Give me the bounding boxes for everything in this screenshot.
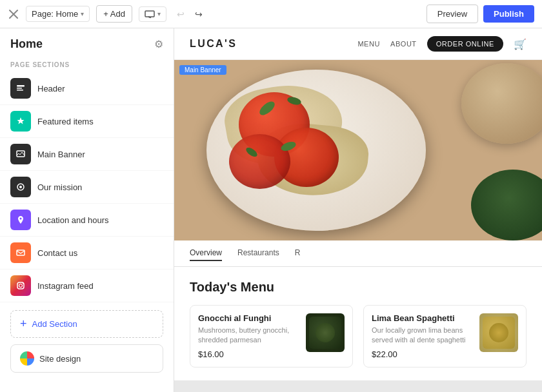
location-icon bbox=[10, 210, 31, 230]
sidebar-bottom: + Add Section Site design bbox=[0, 302, 174, 380]
svg-point-9 bbox=[19, 186, 22, 188]
menu-section: Today's Menu Gnocchi al Funghi Mushrooms… bbox=[174, 267, 542, 380]
menu-items-list: Gnocchi al Funghi Mushrooms, buttery gno… bbox=[190, 305, 527, 368]
tab-restaurants[interactable]: Restaurants bbox=[237, 246, 279, 261]
page-selector[interactable]: Page: Home ▾ bbox=[26, 6, 90, 22]
menu-card-name-lima: Lima Bean Spaghetti bbox=[372, 313, 472, 323]
svg-point-10 bbox=[20, 218, 22, 220]
menu-card-info-lima: Lima Bean Spaghetti Our locally grown li… bbox=[372, 313, 472, 359]
menu-card-name-gnocchi: Gnocchi al Funghi bbox=[198, 313, 298, 323]
sidebar-item-featured-items[interactable]: Featured items bbox=[0, 105, 174, 138]
featured-items-icon bbox=[10, 111, 31, 132]
sidebar-header: Home ⚙ bbox=[0, 28, 174, 56]
site-design-color-icon bbox=[20, 351, 34, 366]
tab-r[interactable]: R bbox=[295, 246, 301, 261]
food-art bbox=[174, 60, 542, 240]
sidebar-item-location-label: Location and hours bbox=[37, 215, 109, 225]
sidebar-item-location-hours[interactable]: Location and hours bbox=[0, 204, 174, 237]
device-selector[interactable]: ▾ bbox=[139, 6, 166, 22]
site-nav: LUCA'S MENU ABOUT ORDER ONLINE 🛒 bbox=[174, 28, 542, 60]
preview-button[interactable]: Preview bbox=[427, 5, 478, 23]
section-label: PAGE SECTIONS bbox=[0, 56, 174, 72]
sidebar-item-featured-label: Featured items bbox=[37, 117, 94, 126]
canvas: LUCA'S MENU ABOUT ORDER ONLINE 🛒 Main Ba… bbox=[174, 28, 542, 392]
cart-icon[interactable]: 🛒 bbox=[514, 38, 527, 50]
sidebar-item-header-label: Header bbox=[37, 84, 65, 93]
tab-overview[interactable]: Overview bbox=[190, 246, 222, 261]
menu-card-img-gnocchi bbox=[306, 313, 345, 352]
sidebar-item-mission-label: Our mission bbox=[37, 182, 82, 192]
sidebar-item-contact-label: Contact us bbox=[37, 248, 77, 258]
svg-point-14 bbox=[23, 283, 24, 284]
site-design-button[interactable]: Site design bbox=[10, 344, 163, 373]
menu-card-lima[interactable]: Lima Bean Spaghetti Our locally grown li… bbox=[363, 305, 527, 368]
chevron-down-icon: ▾ bbox=[157, 10, 161, 17]
header-icon bbox=[10, 78, 31, 99]
our-mission-icon bbox=[10, 177, 31, 197]
menu-card-img-lima bbox=[479, 313, 518, 352]
svg-rect-4 bbox=[17, 85, 25, 87]
publish-button[interactable]: Publish bbox=[483, 5, 534, 23]
add-section-label: Add Section bbox=[32, 319, 77, 329]
close-button[interactable] bbox=[8, 8, 19, 20]
menu-card-price-gnocchi: $16.00 bbox=[198, 349, 298, 359]
site-logo: LUCA'S bbox=[190, 38, 237, 50]
menu-card-desc-gnocchi: Mushrooms, buttery gnocchi, shredded par… bbox=[198, 326, 298, 346]
menu-card-desc-lima: Our locally grown lima beans served with… bbox=[372, 326, 472, 346]
chevron-down-icon: ▾ bbox=[81, 10, 84, 17]
nav-about-link[interactable]: ABOUT bbox=[390, 40, 417, 48]
desktop-icon bbox=[145, 10, 155, 18]
menu-card-info-gnocchi: Gnocchi al Funghi Mushrooms, buttery gno… bbox=[198, 313, 298, 359]
site-design-label: Site design bbox=[39, 354, 81, 364]
redo-button[interactable]: ↪ bbox=[191, 6, 206, 22]
svg-rect-2 bbox=[145, 11, 154, 17]
menu-card-price-lima: $22.00 bbox=[372, 349, 472, 359]
sidebar-item-header[interactable]: Header bbox=[0, 72, 174, 105]
undo-redo-group: ↩ ↪ bbox=[173, 6, 206, 22]
sidebar-item-our-mission[interactable]: Our mission bbox=[0, 171, 174, 204]
sidebar-item-main-banner[interactable]: Main Banner bbox=[0, 138, 174, 171]
svg-rect-5 bbox=[17, 88, 22, 89]
topbar: Page: Home ▾ + Add ▾ ↩ ↪ Preview Publish bbox=[0, 0, 542, 28]
svg-rect-11 bbox=[17, 250, 25, 255]
plus-icon: + bbox=[20, 317, 27, 331]
banner-container: Main Banner bbox=[174, 60, 542, 240]
sidebar-item-banner-label: Main Banner bbox=[37, 150, 85, 159]
banner-label: Main Banner bbox=[179, 65, 226, 75]
instagram-icon bbox=[10, 275, 31, 296]
add-button[interactable]: + Add bbox=[96, 5, 132, 23]
banner-image bbox=[174, 60, 542, 240]
svg-point-13 bbox=[19, 284, 23, 288]
tab-bar: Overview Restaurants R bbox=[174, 240, 542, 267]
site-preview: LUCA'S MENU ABOUT ORDER ONLINE 🛒 Main Ba… bbox=[174, 28, 542, 380]
menu-title: Today's Menu bbox=[190, 280, 527, 295]
main-layout: Home ⚙ PAGE SECTIONS Header Featured ite… bbox=[0, 28, 542, 392]
menu-card-gnocchi[interactable]: Gnocchi al Funghi Mushrooms, buttery gno… bbox=[190, 305, 353, 368]
sidebar-item-contact-us[interactable]: Contact us bbox=[0, 237, 174, 270]
nav-menu-link[interactable]: MENU bbox=[357, 40, 380, 48]
page-name: Page: Home bbox=[32, 9, 78, 19]
add-section-button[interactable]: + Add Section bbox=[10, 310, 163, 338]
undo-button[interactable]: ↩ bbox=[173, 6, 188, 22]
nav-order-button[interactable]: ORDER ONLINE bbox=[427, 36, 503, 52]
svg-rect-6 bbox=[17, 90, 23, 91]
gear-icon[interactable]: ⚙ bbox=[154, 38, 163, 50]
sidebar-item-instagram-feed[interactable]: Instagram feed bbox=[0, 270, 174, 302]
add-label: + Add bbox=[103, 9, 125, 19]
contact-icon bbox=[10, 242, 31, 263]
sidebar: Home ⚙ PAGE SECTIONS Header Featured ite… bbox=[0, 28, 174, 392]
sidebar-item-instagram-label: Instagram feed bbox=[37, 281, 94, 291]
main-banner-icon bbox=[10, 144, 31, 164]
sidebar-title: Home bbox=[10, 37, 43, 51]
